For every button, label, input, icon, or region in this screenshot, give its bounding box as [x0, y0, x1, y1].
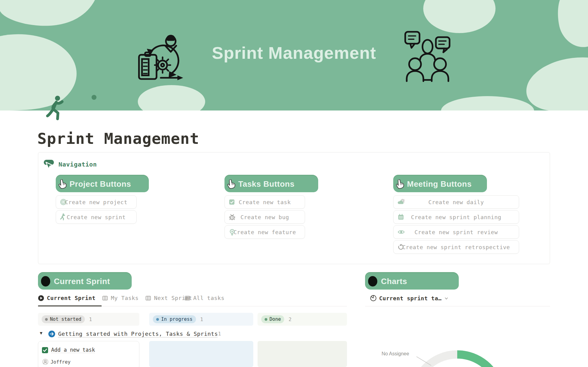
- hand-cursor-icon: [395, 178, 405, 189]
- status-badge[interactable]: Done: [261, 315, 284, 323]
- sprint-group-title[interactable]: Getting started with Projects, Tasks & S…: [58, 331, 218, 337]
- table-icon: [184, 295, 190, 301]
- active-tab-underline: [38, 305, 102, 306]
- lightbulb-icon: [229, 229, 236, 235]
- create-new-bug-button[interactable]: Create new bug: [224, 210, 305, 224]
- page-title: Sprint Management: [37, 130, 199, 148]
- undo-icon: [398, 244, 404, 250]
- hand-cursor-icon: [57, 178, 67, 189]
- sprint-group-count: 1: [218, 331, 221, 337]
- sprint-management-page: Sprint Management: [0, 0, 588, 367]
- chevron-down-icon: [444, 296, 449, 301]
- page-cover[interactable]: Sprint Management: [0, 0, 588, 110]
- tab-all-tasks[interactable]: All tasks: [184, 295, 224, 301]
- charts-header[interactable]: Charts: [365, 273, 459, 290]
- meeting-icon: [404, 30, 453, 82]
- in-progress-column-area[interactable]: [149, 341, 253, 367]
- create-new-daily-button[interactable]: Create new daily: [393, 195, 519, 209]
- calendar-icon: [398, 214, 404, 220]
- avatar-icon: [42, 359, 48, 365]
- column-count: 2: [288, 316, 292, 322]
- tab-my-tasks[interactable]: My Tasks: [102, 295, 139, 301]
- charts-divider: [365, 306, 550, 306]
- navigation-card: Navigation Project Buttons Tasks Buttons…: [38, 152, 550, 264]
- runner-icon: [46, 95, 65, 122]
- create-new-feature-button[interactable]: Create new feature: [224, 225, 305, 239]
- status-dot: [45, 318, 48, 321]
- navigation-header: Navigation: [43, 159, 97, 170]
- checked-checkbox-icon[interactable]: [42, 347, 48, 353]
- eye-icon: [398, 229, 405, 235]
- chart-view-selector[interactable]: Current sprint ta…: [370, 295, 449, 301]
- click-cursor-icon: [43, 159, 55, 170]
- tasks-buttons-header[interactable]: Tasks Buttons: [224, 176, 318, 192]
- meeting-buttons-header[interactable]: Meeting Buttons: [393, 176, 487, 192]
- black-blob-icon: [368, 276, 377, 286]
- checkbox-icon: [229, 199, 235, 205]
- project-buttons-header[interactable]: Project Buttons: [56, 176, 149, 192]
- column-count: 1: [200, 316, 203, 322]
- current-sprint-header[interactable]: Current Sprint: [38, 273, 132, 290]
- board-icon: [145, 295, 151, 301]
- sun-cloud-icon: [398, 199, 405, 205]
- column-header-in-progress[interactable]: In progress 1: [149, 313, 253, 326]
- board-icon: [102, 295, 108, 301]
- column-header-done[interactable]: Done 2: [258, 313, 347, 326]
- status-badge[interactable]: Not started: [42, 315, 85, 323]
- create-new-project-button[interactable]: Create new project: [56, 195, 137, 209]
- hand-cursor-icon: [226, 178, 236, 189]
- page-icon[interactable]: [46, 95, 65, 122]
- bug-icon: [229, 214, 236, 220]
- tab-current-sprint[interactable]: Current Sprint: [38, 295, 96, 301]
- navigation-label: Navigation: [58, 161, 97, 168]
- create-new-sprint-review-button[interactable]: Create new sprint review: [393, 225, 519, 239]
- task-title[interactable]: Add a new task: [51, 347, 95, 353]
- status-dot: [156, 318, 159, 321]
- pie-chart-icon: [370, 295, 377, 301]
- create-new-sprint-planning-button[interactable]: Create new sprint planning: [393, 210, 519, 224]
- status-dot: [265, 318, 267, 321]
- assignee-donut-chart: [365, 312, 550, 367]
- done-column-area[interactable]: [258, 341, 347, 367]
- task-card[interactable]: Add a new task Joffrey: [38, 341, 139, 367]
- create-new-sprint-button[interactable]: Create new sprint: [56, 210, 137, 224]
- donut-segment-label: No Assignee: [382, 351, 409, 357]
- create-new-task-button[interactable]: Create new task: [224, 195, 305, 209]
- create-new-sprint-retrospective-button[interactable]: Create new sprint retrospective: [393, 240, 519, 254]
- group-collapse-caret[interactable]: ▼: [40, 331, 42, 335]
- black-blob-icon: [41, 276, 50, 286]
- play-circle-icon: [38, 295, 44, 301]
- task-assignee: Joffrey: [51, 359, 70, 365]
- runner-icon: [60, 213, 66, 221]
- column-count: 1: [89, 316, 92, 322]
- status-badge[interactable]: In progress: [153, 315, 196, 323]
- sprint-arrow-icon: [48, 331, 55, 337]
- column-header-not-started[interactable]: Not started 1: [38, 313, 139, 326]
- target-icon: [60, 199, 67, 205]
- banner-title: Sprint Management: [172, 43, 417, 63]
